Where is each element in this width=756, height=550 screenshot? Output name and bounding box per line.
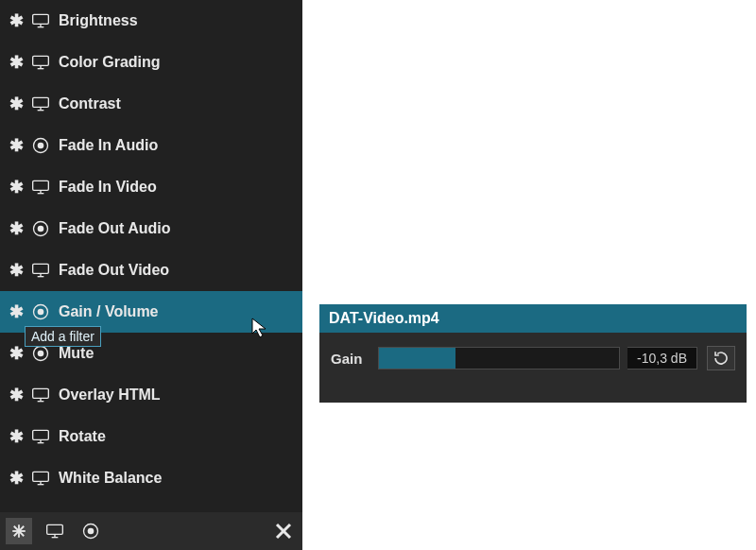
filter-item-label: Color Grading [59, 54, 161, 71]
svg-point-40 [88, 528, 94, 535]
svg-point-22 [38, 351, 44, 357]
asterisk-icon [10, 523, 27, 540]
video-type-icon [30, 177, 51, 198]
svg-rect-36 [47, 524, 63, 534]
audio-type-icon [30, 135, 51, 156]
video-type-icon [30, 10, 51, 31]
video-type-icon [30, 52, 51, 73]
svg-rect-11 [33, 180, 49, 190]
target-icon [31, 344, 50, 363]
filter-item[interactable]: ✱Fade Out Video [0, 249, 302, 291]
filter-item[interactable]: ✱Gain / Volume [0, 291, 302, 333]
filter-item[interactable]: ✱Mute [0, 333, 302, 374]
monitor-icon [31, 54, 50, 71]
filter-item-label: Fade Out Video [59, 262, 169, 279]
svg-rect-29 [33, 472, 49, 481]
asterisk-icon: ✱ [8, 94, 25, 114]
video-filter-button[interactable] [42, 518, 68, 544]
svg-rect-6 [33, 97, 49, 107]
filter-item-label: Mute [59, 345, 94, 362]
asterisk-icon: ✱ [8, 218, 25, 239]
asterisk-icon: ✱ [8, 260, 25, 281]
asterisk-icon: ✱ [8, 343, 25, 364]
audio-type-icon [30, 218, 51, 239]
svg-point-20 [38, 309, 44, 316]
filters-toolbar [0, 512, 302, 550]
video-type-icon [30, 260, 51, 281]
filter-item[interactable]: ✱Fade Out Audio [0, 208, 302, 249]
monitor-icon [31, 12, 50, 29]
properties-panel: DAT-Video.mp4 Gain -10,3 dB [319, 304, 747, 403]
gain-row: Gain -10,3 dB [319, 333, 747, 370]
filter-item[interactable]: ✱Contrast [0, 83, 302, 125]
monitor-icon [31, 95, 50, 112]
close-button[interactable] [270, 518, 297, 544]
audio-type-icon [30, 301, 51, 322]
filter-item-label: White Balance [59, 470, 162, 487]
monitor-icon [31, 428, 50, 445]
filter-item-label: Gain / Volume [59, 303, 159, 320]
svg-point-15 [38, 226, 44, 232]
asterisk-icon: ✱ [8, 10, 25, 31]
asterisk-icon: ✱ [8, 385, 25, 405]
monitor-icon [31, 179, 50, 196]
gain-slider-fill [379, 348, 455, 369]
filter-item[interactable]: ✱Color Grading [0, 42, 302, 83]
filter-item[interactable]: ✱Overlay HTML [0, 374, 302, 416]
svg-point-10 [38, 143, 44, 149]
gain-slider-track [455, 348, 619, 369]
target-icon [81, 522, 100, 541]
video-type-icon [30, 385, 51, 405]
filter-item[interactable]: ✱Rotate [0, 416, 302, 457]
filter-item[interactable]: ✱Fade In Video [0, 166, 302, 208]
video-type-icon [30, 468, 51, 489]
monitor-icon [31, 387, 50, 404]
filters-list: ✱Brightness✱Color Grading✱Contrast✱Fade … [0, 0, 302, 512]
target-icon [31, 219, 50, 238]
asterisk-icon: ✱ [8, 426, 25, 447]
undo-icon [713, 350, 730, 367]
svg-rect-3 [33, 56, 49, 65]
filter-item-label: Rotate [59, 428, 106, 445]
video-type-icon [30, 94, 51, 114]
properties-title: DAT-Video.mp4 [319, 304, 747, 333]
gain-reset-button[interactable] [707, 346, 735, 370]
filter-item-label: Contrast [59, 95, 121, 112]
gain-slider[interactable] [378, 347, 620, 370]
audio-filter-button[interactable] [77, 518, 104, 544]
svg-rect-16 [33, 264, 49, 273]
asterisk-icon: ✱ [8, 135, 25, 156]
favorite-filter-button[interactable] [6, 518, 32, 544]
filter-item-label: Fade In Audio [59, 137, 158, 154]
monitor-icon [31, 262, 50, 279]
filter-item-label: Fade Out Audio [59, 220, 171, 237]
audio-type-icon [30, 343, 51, 364]
filter-item[interactable]: ✱Brightness [0, 0, 302, 42]
gain-label: Gain [331, 351, 378, 367]
target-icon [31, 302, 50, 321]
video-type-icon [30, 426, 51, 447]
filter-item[interactable]: ✱Fade In Audio [0, 125, 302, 166]
filters-panel: ✱Brightness✱Color Grading✱Contrast✱Fade … [0, 0, 302, 550]
filter-item-label: Overlay HTML [59, 387, 161, 404]
asterisk-icon: ✱ [8, 301, 25, 322]
svg-rect-26 [33, 430, 49, 439]
right-pane: DAT-Video.mp4 Gain -10,3 dB [302, 0, 756, 550]
asterisk-icon: ✱ [8, 52, 25, 73]
asterisk-icon: ✱ [8, 177, 25, 198]
filter-item-label: Fade In Video [59, 179, 157, 196]
target-icon [31, 136, 50, 155]
svg-rect-23 [33, 388, 49, 398]
asterisk-icon: ✱ [8, 468, 25, 489]
monitor-icon [45, 523, 64, 540]
filter-item[interactable]: ✱White Balance [0, 457, 302, 499]
monitor-icon [31, 470, 50, 487]
filter-item-label: Brightness [59, 12, 138, 29]
gain-value[interactable]: -10,3 dB [627, 347, 697, 370]
svg-rect-0 [33, 14, 49, 24]
